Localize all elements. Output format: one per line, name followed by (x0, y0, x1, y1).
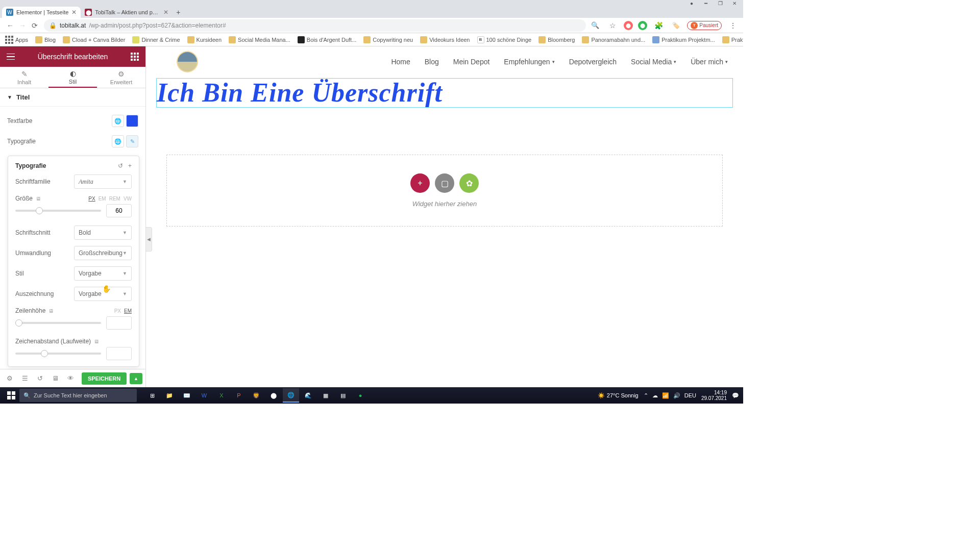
forward-button[interactable]: → (16, 19, 29, 32)
back-button[interactable]: ← (4, 19, 16, 32)
clock[interactable]: 14:19 29.07.2021 (701, 390, 727, 401)
envato-button[interactable]: ✿ (459, 173, 479, 193)
wifi-icon[interactable]: 📶 (662, 392, 669, 399)
start-button[interactable] (4, 388, 18, 403)
bookmark-item[interactable]: Kursideen (187, 36, 222, 43)
app-icon[interactable]: ▤ (335, 388, 351, 403)
zoom-icon[interactable]: 🔍 (589, 19, 601, 32)
hamburger-icon[interactable] (5, 51, 16, 62)
bookmark-item[interactable]: B100 schöne Dinge (477, 36, 532, 43)
edit-typography-button[interactable]: ✎ (126, 135, 138, 147)
style-dropdown[interactable]: Vorgabe▼ (74, 266, 132, 281)
bookmark-apps[interactable]: Apps (5, 36, 28, 44)
bookmark-item[interactable]: Praktikum WU (722, 36, 743, 43)
unit-em[interactable]: EM (124, 308, 132, 314)
profile-dot-icon[interactable]: ● (689, 1, 694, 6)
color-swatch[interactable] (126, 115, 138, 127)
chrome-icon[interactable]: 🌐 (283, 388, 299, 403)
slider-thumb[interactable] (41, 350, 48, 357)
globe-icon[interactable]: 🌐 (112, 115, 124, 127)
weather-widget[interactable]: ☀️27°C Sonnig (598, 392, 639, 399)
desktop-icon[interactable]: 🖥 (36, 196, 41, 202)
ext-icon-2[interactable]: ⬤ (638, 21, 647, 30)
lang-indicator[interactable]: DEU (684, 392, 696, 398)
unit-vw[interactable]: VW (124, 196, 132, 202)
browser-tab-active[interactable]: W Elementor | Testseite ✕ (2, 7, 81, 18)
word-icon[interactable]: W (196, 388, 212, 403)
close-icon[interactable]: ✕ (163, 9, 168, 16)
app-icon[interactable]: ▦ (317, 388, 334, 403)
slider-thumb[interactable] (15, 319, 22, 327)
weight-dropdown[interactable]: Bold▼ (74, 226, 132, 240)
nav-item-depot[interactable]: Mein Depot (453, 58, 490, 66)
nav-item-depotvergleich[interactable]: Depotvergleich (569, 58, 617, 66)
close-icon[interactable]: ✕ (71, 9, 77, 16)
edge-icon[interactable]: 🌊 (300, 388, 316, 403)
tab-inhalt[interactable]: ✎Inhalt (0, 67, 48, 88)
reload-button[interactable]: ⟳ (29, 19, 41, 32)
win-maximize[interactable]: ❐ (718, 1, 723, 6)
nav-item-social[interactable]: Social Media▾ (631, 58, 676, 66)
section-header-titel[interactable]: ▼ Titel (0, 88, 145, 107)
globe-icon[interactable]: 🌐 (112, 135, 124, 147)
add-icon[interactable]: + (128, 162, 132, 169)
bookmark-item[interactable]: Praktikum Projektm... (652, 36, 715, 43)
obs-icon[interactable]: ⬤ (265, 388, 282, 403)
template-button[interactable]: ▢ (435, 173, 454, 193)
size-slider[interactable] (15, 210, 101, 212)
heading-widget[interactable]: Ich Bin Eine Überschrift (156, 78, 733, 108)
nav-item-home[interactable]: Home (391, 58, 410, 66)
wallet-icon[interactable]: 🏷️ (670, 19, 682, 32)
unit-switcher[interactable]: PX EM REM VW (88, 196, 132, 202)
address-bar[interactable]: 🔒 tobitalk.at/wp-admin/post.php?post=627… (44, 19, 586, 32)
nav-item-blog[interactable]: Blog (425, 58, 439, 66)
spotify-icon[interactable]: ● (352, 388, 369, 403)
brave-icon[interactable]: 🦁 (248, 388, 264, 403)
unit-em[interactable]: EM (99, 196, 106, 202)
taskbar-search[interactable]: 🔍 Zur Suche Text hier eingeben (19, 389, 137, 402)
notifications-icon[interactable]: 💬 (732, 392, 739, 399)
bookmark-item[interactable]: Panoramabahn und... (582, 36, 645, 43)
tab-stil[interactable]: ◐Stil (48, 67, 97, 88)
settings-icon[interactable]: ⚙ (3, 372, 16, 385)
font-family-dropdown[interactable]: Amita▼ (74, 174, 132, 189)
history-icon[interactable]: ↺ (34, 372, 47, 385)
ext-icon-1[interactable]: ⬤ (624, 21, 633, 30)
lineheight-input[interactable] (106, 316, 132, 330)
win-close[interactable]: ✕ (732, 1, 737, 6)
win-minimize[interactable]: ━ (703, 1, 708, 6)
menu-icon[interactable]: ⋮ (727, 19, 739, 32)
lineheight-slider[interactable] (15, 322, 101, 324)
bookmark-item[interactable]: Blog (35, 36, 56, 43)
unit-rem[interactable]: REM (109, 196, 120, 202)
explorer-icon[interactable]: 📁 (161, 388, 178, 403)
spacing-slider[interactable] (15, 353, 101, 355)
preview-icon[interactable]: 👁 (64, 372, 78, 385)
desktop-icon[interactable]: 🖥 (48, 308, 54, 314)
bookmark-item[interactable]: Dinner & Crime (132, 36, 180, 43)
save-button[interactable]: SPEICHERN (82, 372, 127, 385)
volume-icon[interactable]: 🔊 (673, 392, 680, 399)
taskview-icon[interactable]: ⊞ (144, 388, 160, 403)
new-tab-button[interactable]: + (173, 7, 184, 18)
star-icon[interactable]: ☆ (606, 19, 619, 32)
section-dropzone[interactable]: + ▢ ✿ Widget hierher ziehen (166, 155, 723, 227)
profile-button[interactable]: T Pausiert (687, 21, 722, 30)
slider-thumb[interactable] (36, 207, 43, 214)
extensions-icon[interactable]: 🧩 (652, 19, 665, 32)
spacing-input[interactable] (106, 347, 132, 360)
widgets-icon[interactable] (129, 51, 140, 62)
tray-chevron-icon[interactable]: ⌃ (644, 392, 648, 399)
site-logo[interactable] (177, 51, 198, 72)
desktop-icon[interactable]: 🖥 (94, 339, 99, 344)
onedrive-icon[interactable]: ☁ (652, 392, 658, 399)
unit-switcher[interactable]: PX EM (114, 308, 132, 314)
unit-px[interactable]: PX (88, 196, 95, 202)
navigator-icon[interactable]: ☰ (18, 372, 32, 385)
bookmark-item[interactable]: Videokurs Ideen (420, 36, 470, 43)
nav-item-empfehlungen[interactable]: Empfehlungen▾ (504, 58, 554, 66)
bookmark-item[interactable]: Copywriting neu (363, 36, 413, 43)
mail-icon[interactable]: ✉️ (179, 388, 195, 403)
tab-erweitert[interactable]: ⚙Erweitert (97, 67, 145, 88)
responsive-icon[interactable]: 🖥 (49, 372, 62, 385)
